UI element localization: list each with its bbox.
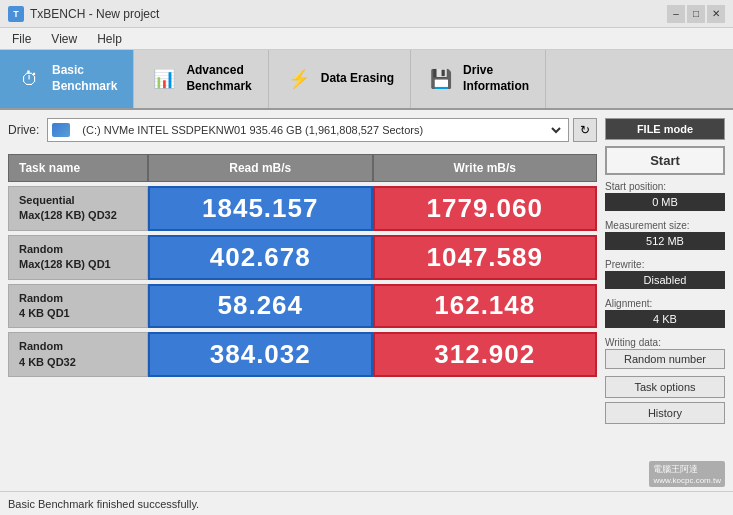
menu-bar: File View Help [0,28,733,50]
alignment-label: Alignment: [605,298,725,309]
prewrite-value: Disabled [605,271,725,289]
drive-selector[interactable]: (C:) NVMe INTEL SSDPEKNW01 935.46 GB (1,… [74,118,564,142]
task-name-0: SequentialMax(128 KB) QD32 [8,186,148,231]
menu-view[interactable]: View [47,30,81,48]
data-erasing-icon: ⚡ [285,65,313,93]
table-header-row: Task name Read mB/s Write mB/s [8,154,597,182]
tab-erasing-label: Data Erasing [321,71,394,87]
drive-bar: Drive: (C:) NVMe INTEL SSDPEKNW01 935.46… [8,118,597,146]
tab-advanced-label: AdvancedBenchmark [186,63,251,94]
drive-refresh-button[interactable]: ↻ [573,118,597,142]
task-options-button[interactable]: Task options [605,376,725,398]
measurement-size-section: Measurement size: 512 MB [605,220,725,253]
measurement-size-label: Measurement size: [605,220,725,231]
maximize-button[interactable]: □ [687,5,705,23]
prewrite-label: Prewrite: [605,259,725,270]
header-write: Write mB/s [373,154,598,182]
table-row: Random4 KB QD32 384.032 312.902 [8,332,597,377]
tab-advanced-benchmark[interactable]: 📊 AdvancedBenchmark [134,50,268,108]
main-content: Drive: (C:) NVMe INTEL SSDPEKNW01 935.46… [0,110,733,491]
read-value-2: 58.264 [148,284,373,329]
watermark: 電腦王阿達 www.kocpc.com.tw [649,461,725,487]
task-name-3: Random4 KB QD32 [8,332,148,377]
drive-info-icon: 💾 [427,65,455,93]
history-button[interactable]: History [605,402,725,424]
window-title: TxBENCH - New project [30,7,159,21]
drive-icon [52,123,70,137]
title-bar: T TxBENCH - New project – □ ✕ [0,0,733,28]
benchmark-table: Task name Read mB/s Write mB/s Sequentia… [8,154,597,377]
advanced-benchmark-icon: 📊 [150,65,178,93]
start-position-value: 0 MB [605,193,725,211]
table-row: Random4 KB QD1 58.264 162.148 [8,284,597,329]
write-value-1: 1047.589 [373,235,598,280]
writing-data-label: Writing data: [605,337,725,348]
title-bar-left: T TxBENCH - New project [8,6,159,22]
menu-file[interactable]: File [8,30,35,48]
start-position-label: Start position: [605,181,725,192]
writing-data-value: Random number [605,349,725,369]
tab-drive-label: DriveInformation [463,63,529,94]
write-value-0: 1779.060 [373,186,598,231]
read-value-0: 1845.157 [148,186,373,231]
table-row: SequentialMax(128 KB) QD32 1845.157 1779… [8,186,597,231]
status-bar: Basic Benchmark finished successfully. [0,491,733,515]
tab-basic-label: BasicBenchmark [52,63,117,94]
menu-help[interactable]: Help [93,30,126,48]
read-value-3: 384.032 [148,332,373,377]
app-icon: T [8,6,24,22]
header-task: Task name [8,154,148,182]
watermark-text: 電腦王阿達 www.kocpc.com.tw [649,461,725,487]
tab-drive-information[interactable]: 💾 DriveInformation [411,50,546,108]
alignment-section: Alignment: 4 KB [605,298,725,331]
writing-data-section: Writing data: Random number [605,337,725,372]
file-mode-button[interactable]: FILE mode [605,118,725,140]
right-panel: FILE mode Start Start position: 0 MB Mea… [605,118,725,483]
status-text: Basic Benchmark finished successfully. [8,498,199,510]
start-button[interactable]: Start [605,146,725,175]
task-name-2: Random4 KB QD1 [8,284,148,329]
basic-benchmark-icon: ⏱ [16,65,44,93]
start-position-section: Start position: 0 MB [605,181,725,214]
task-name-1: RandomMax(128 KB) QD1 [8,235,148,280]
write-value-2: 162.148 [373,284,598,329]
alignment-value: 4 KB [605,310,725,328]
tab-data-erasing[interactable]: ⚡ Data Erasing [269,50,411,108]
write-value-3: 312.902 [373,332,598,377]
toolbar: ⏱ BasicBenchmark 📊 AdvancedBenchmark ⚡ D… [0,50,733,110]
left-panel: Drive: (C:) NVMe INTEL SSDPEKNW01 935.46… [8,118,597,483]
minimize-button[interactable]: – [667,5,685,23]
drive-label: Drive: [8,123,39,137]
measurement-size-value: 512 MB [605,232,725,250]
tab-basic-benchmark[interactable]: ⏱ BasicBenchmark [0,50,134,108]
read-value-1: 402.678 [148,235,373,280]
prewrite-section: Prewrite: Disabled [605,259,725,292]
window-controls: – □ ✕ [667,5,725,23]
close-button[interactable]: ✕ [707,5,725,23]
table-row: RandomMax(128 KB) QD1 402.678 1047.589 [8,235,597,280]
header-read: Read mB/s [148,154,373,182]
